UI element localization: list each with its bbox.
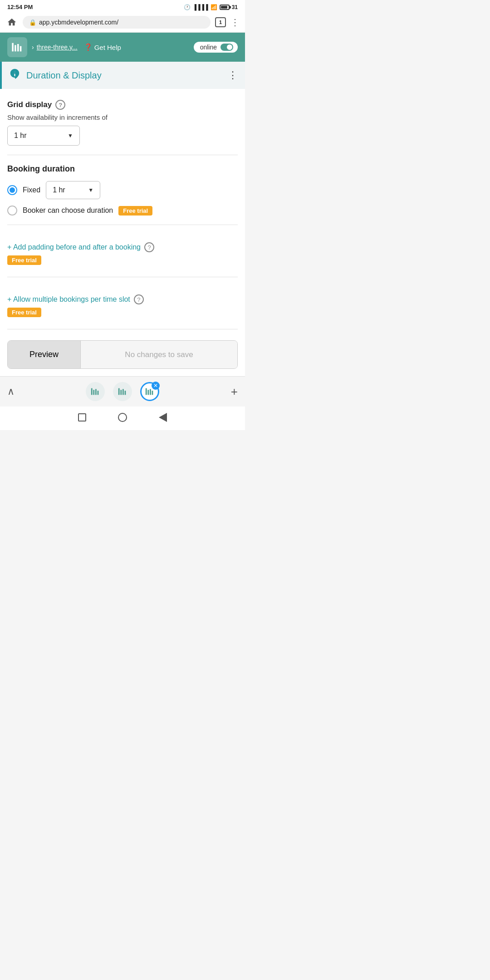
status-icons: 🕐 ▐▐▐▐ 📶 31	[184, 4, 238, 10]
bottom-nav: ∧ ✕ +	[0, 376, 245, 407]
grid-display-value: 1 hr	[14, 132, 27, 140]
nav-icon-3-active[interactable]: ✕	[140, 382, 159, 401]
android-nav	[0, 407, 245, 430]
svg-rect-2	[17, 44, 19, 51]
url-bar[interactable]: 🔒 app.ycbmdevelopment.com/	[23, 16, 211, 29]
svg-rect-8	[93, 390, 95, 395]
multiple-bookings-section: + Allow multiple bookings per time slot …	[7, 286, 238, 320]
svg-rect-11	[118, 388, 120, 395]
multiple-bookings-badge-row: Free trial	[7, 308, 238, 316]
svg-rect-10	[98, 391, 99, 395]
booker-choose-radio[interactable]	[7, 206, 17, 216]
tab-button[interactable]: 1	[215, 17, 226, 27]
svg-rect-3	[20, 46, 22, 52]
home-button[interactable]	[5, 16, 18, 29]
save-button: No changes to save	[80, 341, 237, 368]
online-label: online	[200, 44, 217, 51]
fixed-duration-arrow: ▼	[88, 187, 93, 193]
booker-choose-label: Booker can choose duration	[23, 206, 113, 215]
booking-duration-title: Booking duration	[7, 164, 238, 174]
grid-display-section: Grid display ? Show availability in incr…	[7, 100, 238, 146]
grid-display-arrow: ▼	[68, 132, 73, 139]
svg-rect-17	[150, 389, 151, 395]
padding-link[interactable]: + Add padding before and after a booking…	[7, 242, 154, 252]
breadcrumb: › three-three.y...	[32, 44, 78, 51]
fixed-option-row: Fixed 1 hr ▼	[7, 181, 238, 199]
multiple-bookings-badge: Free trial	[7, 308, 41, 317]
battery-level: 31	[232, 4, 238, 10]
divider-3	[7, 277, 238, 277]
app-logo[interactable]	[7, 37, 27, 57]
main-content: Grid display ? Show availability in incr…	[0, 89, 245, 376]
svg-rect-12	[121, 390, 122, 395]
android-back-button[interactable]	[159, 413, 167, 422]
padding-help[interactable]: ?	[144, 242, 154, 252]
browser-bar: 🔒 app.ycbmdevelopment.com/ 1 ⋮	[0, 12, 245, 33]
breadcrumb-link[interactable]: three-three.y...	[37, 44, 78, 51]
nav-add-button[interactable]: +	[231, 385, 238, 399]
wifi-icon: 📶	[211, 4, 217, 10]
svg-rect-0	[12, 43, 14, 52]
grid-display-label: Grid display ?	[7, 100, 238, 110]
signal-icon: ▐▐▐▐	[193, 4, 208, 10]
divider-4	[7, 329, 238, 329]
online-toggle[interactable]: online	[194, 42, 238, 53]
help-icon: ❓	[84, 43, 93, 51]
nav-icon-1[interactable]	[86, 382, 105, 401]
alarm-icon: 🕐	[184, 4, 191, 10]
preview-button[interactable]: Preview	[8, 341, 80, 368]
divider-1	[7, 155, 238, 155]
booker-choose-row: Booker can choose duration Free trial	[7, 206, 238, 216]
status-bar: 12:54 PM 🕐 ▐▐▐▐ 📶 31	[0, 0, 245, 12]
grid-display-select[interactable]: 1 hr ▼	[7, 126, 80, 146]
lock-icon: 🔒	[29, 19, 36, 26]
padding-section: + Add padding before and after a booking…	[7, 234, 238, 268]
toggle-dot	[227, 44, 232, 50]
nav-app-icons: ✕	[86, 382, 159, 401]
url-text: app.ycbmdevelopment.com/	[39, 19, 118, 26]
padding-badge: Free trial	[7, 255, 41, 265]
svg-rect-14	[125, 391, 126, 395]
nav-icon-2[interactable]	[113, 382, 132, 401]
svg-rect-15	[146, 388, 147, 395]
section-more-button[interactable]: ⋮	[228, 69, 238, 81]
status-time: 12:54 PM	[7, 4, 33, 10]
multiple-bookings-help[interactable]: ?	[134, 294, 144, 304]
svg-rect-16	[148, 390, 149, 395]
toggle-control	[220, 44, 233, 51]
fixed-radio-dot	[10, 187, 15, 193]
android-home-button[interactable]	[118, 413, 127, 422]
fixed-radio[interactable]	[7, 185, 17, 195]
action-buttons: Preview No changes to save	[7, 340, 238, 369]
more-menu-button[interactable]: ⋮	[230, 17, 240, 28]
divider-2	[7, 225, 238, 225]
android-recent-button[interactable]	[78, 413, 86, 421]
section-title: Duration & Display	[26, 70, 222, 81]
svg-rect-13	[122, 389, 124, 395]
breadcrumb-arrow: ›	[32, 44, 34, 51]
nav-chevron-up[interactable]: ∧	[7, 386, 15, 397]
multiple-bookings-link[interactable]: + Allow multiple bookings per time slot …	[7, 294, 144, 304]
fixed-duration-value: 1 hr	[53, 186, 65, 194]
booker-choose-badge: Free trial	[118, 206, 152, 216]
fixed-label: Fixed	[23, 186, 40, 194]
duration-icon	[9, 68, 21, 83]
svg-rect-7	[91, 388, 93, 395]
battery-icon	[220, 5, 230, 10]
section-header: Duration & Display ⋮	[0, 62, 245, 89]
fixed-duration-select[interactable]: 1 hr ▼	[46, 181, 100, 199]
app-header: › three-three.y... ❓ Get Help online	[0, 33, 245, 62]
grid-display-sublabel: Show availability in increments of	[7, 113, 238, 121]
svg-rect-1	[15, 45, 16, 51]
svg-rect-18	[152, 391, 153, 395]
svg-rect-9	[95, 389, 97, 395]
help-label: Get Help	[94, 44, 121, 51]
booking-duration-section: Booking duration Fixed 1 hr ▼ Booker can…	[7, 164, 238, 216]
grid-display-help[interactable]: ?	[55, 100, 65, 110]
nav-close-badge[interactable]: ✕	[152, 382, 160, 390]
padding-badge-row: Free trial	[7, 256, 238, 264]
help-button[interactable]: ❓ Get Help	[84, 43, 121, 51]
